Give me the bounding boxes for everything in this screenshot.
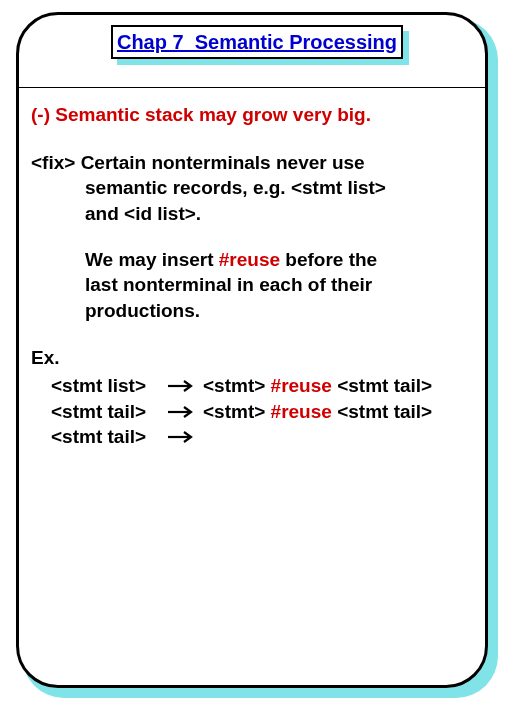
fix-line-3: and <id list>.: [31, 201, 477, 227]
arrow-icon: [167, 379, 197, 393]
reuse-keyword: #reuse: [219, 249, 280, 270]
production-1-lhs: <stmt list>: [51, 373, 161, 399]
insert-line-1: We may insert #reuse before the: [31, 247, 477, 273]
arrow-icon: [167, 430, 197, 444]
title-row: Chap 7 Semantic Processing: [19, 15, 485, 88]
insert-line-3: productions.: [31, 298, 477, 324]
insert-line-1a: We may insert: [85, 249, 219, 270]
production-1-rhs-b: <stmt tail>: [332, 375, 432, 396]
production-2-rhs: <stmt> #reuse <stmt tail>: [203, 399, 432, 425]
production-1-rhs-a: <stmt>: [203, 375, 271, 396]
insert-line-2: last nonterminal in each of their: [31, 272, 477, 298]
fix-line-2: semantic records, e.g. <stmt list>: [31, 175, 477, 201]
production-2-rhs-b: <stmt tail>: [332, 401, 432, 422]
insert-paragraph: We may insert #reuse before the last non…: [31, 247, 477, 324]
production-3: <stmt tail>: [31, 424, 477, 450]
drawback-line: (-) Semantic stack may grow very big.: [31, 102, 477, 128]
insert-line-1b: before the: [280, 249, 377, 270]
production-2-rhs-a: <stmt>: [203, 401, 271, 422]
slide-container: Chap 7 Semantic Processing (-) Semantic …: [0, 0, 510, 709]
production-2-reuse: #reuse: [271, 401, 332, 422]
production-1-rhs: <stmt> #reuse <stmt tail>: [203, 373, 432, 399]
production-2: <stmt tail> <stmt> #reuse <stmt tail>: [31, 399, 477, 425]
arrow-icon: [167, 405, 197, 419]
slide: Chap 7 Semantic Processing (-) Semantic …: [16, 12, 488, 688]
production-2-lhs: <stmt tail>: [51, 399, 161, 425]
production-1-reuse: #reuse: [271, 375, 332, 396]
slide-title: Chap 7 Semantic Processing: [117, 31, 397, 54]
fix-paragraph: <fix> Certain nonterminals never use sem…: [31, 150, 477, 227]
example-heading: Ex.: [31, 345, 477, 371]
production-1: <stmt list> <stmt> #reuse <stmt tail>: [31, 373, 477, 399]
fix-line-1: <fix> Certain nonterminals never use: [31, 150, 477, 176]
slide-body: (-) Semantic stack may grow very big. <f…: [19, 88, 485, 450]
production-3-lhs: <stmt tail>: [51, 424, 161, 450]
title-box: Chap 7 Semantic Processing: [111, 25, 403, 59]
